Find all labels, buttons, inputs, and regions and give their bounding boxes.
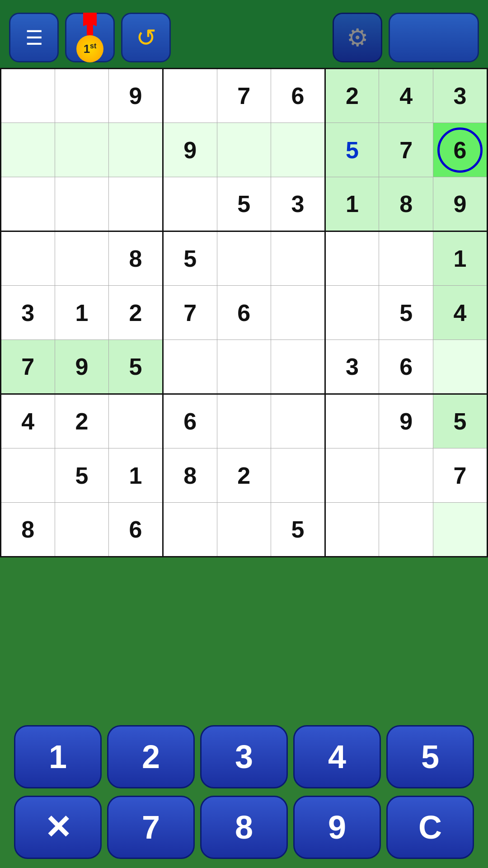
cell-7-5[interactable] xyxy=(271,448,325,503)
cell-6-8[interactable]: 5 xyxy=(433,394,488,448)
cell-3-6[interactable] xyxy=(325,231,379,286)
medals-button[interactable]: 1st xyxy=(65,13,115,62)
cell-3-7[interactable] xyxy=(379,231,433,286)
cell-3-5[interactable] xyxy=(271,231,325,286)
cell-5-8[interactable] xyxy=(433,340,488,394)
numpad-btn-2[interactable]: 2 xyxy=(107,725,195,788)
numpad-btn-7[interactable]: 7 xyxy=(107,796,195,859)
cell-4-1[interactable]: 1 xyxy=(55,286,109,340)
numpad-btn-C[interactable]: C xyxy=(386,796,474,859)
cell-6-4[interactable] xyxy=(217,394,271,448)
cell-5-2[interactable]: 5 xyxy=(109,340,163,394)
cell-0-0[interactable] xyxy=(1,69,55,123)
undo-button[interactable]: ↺ xyxy=(121,13,171,62)
cell-7-6[interactable] xyxy=(325,448,379,503)
cell-8-3[interactable] xyxy=(163,503,217,557)
cell-2-1[interactable] xyxy=(55,177,109,231)
cell-2-4[interactable]: 5 xyxy=(217,177,271,231)
cell-7-1[interactable]: 5 xyxy=(55,448,109,503)
cell-5-1[interactable]: 9 xyxy=(55,340,109,394)
cell-4-8[interactable]: 4 xyxy=(433,286,488,340)
menu-button[interactable]: ☰ xyxy=(9,13,59,62)
cell-4-3[interactable]: 7 xyxy=(163,286,217,340)
cell-2-5[interactable]: 3 xyxy=(271,177,325,231)
cell-4-5[interactable] xyxy=(271,286,325,340)
cell-1-4[interactable] xyxy=(217,123,271,177)
cell-3-2[interactable]: 8 xyxy=(109,231,163,286)
numpad-btn-9[interactable]: 9 xyxy=(293,796,381,859)
cell-2-0[interactable] xyxy=(1,177,55,231)
number-pad: 12345 ✕789C xyxy=(0,716,488,868)
cell-0-5[interactable]: 6 xyxy=(271,69,325,123)
cell-1-5[interactable] xyxy=(271,123,325,177)
cell-8-8[interactable] xyxy=(433,503,488,557)
cell-8-0[interactable]: 8 xyxy=(1,503,55,557)
numpad-btn-4[interactable]: 4 xyxy=(293,725,381,788)
cell-5-4[interactable] xyxy=(217,340,271,394)
cell-7-7[interactable] xyxy=(379,448,433,503)
cell-2-3[interactable] xyxy=(163,177,217,231)
cell-7-8[interactable]: 7 xyxy=(433,448,488,503)
numpad-btn-1[interactable]: 1 xyxy=(14,725,102,788)
cell-0-8[interactable]: 3 xyxy=(433,69,488,123)
cell-0-1[interactable] xyxy=(55,69,109,123)
cell-3-1[interactable] xyxy=(55,231,109,286)
cell-2-6[interactable]: 1 xyxy=(325,177,379,231)
cell-5-0[interactable]: 7 xyxy=(1,340,55,394)
cell-4-7[interactable]: 5 xyxy=(379,286,433,340)
cell-1-0[interactable] xyxy=(1,123,55,177)
cell-1-2[interactable] xyxy=(109,123,163,177)
cell-5-3[interactable] xyxy=(163,340,217,394)
cell-2-7[interactable]: 8 xyxy=(379,177,433,231)
cell-3-8[interactable]: 1 xyxy=(433,231,488,286)
sudoku-grid-container: 9762439576531898513127654795364269551827… xyxy=(0,68,488,557)
numpad-btn-3[interactable]: 3 xyxy=(200,725,288,788)
cell-5-5[interactable] xyxy=(271,340,325,394)
cell-8-2[interactable]: 6 xyxy=(109,503,163,557)
cell-0-3[interactable] xyxy=(163,69,217,123)
cell-7-2[interactable]: 1 xyxy=(109,448,163,503)
cell-6-3[interactable]: 6 xyxy=(163,394,217,448)
cell-8-7[interactable] xyxy=(379,503,433,557)
numpad-btn-8[interactable]: 8 xyxy=(200,796,288,859)
cell-4-0[interactable]: 3 xyxy=(1,286,55,340)
numpad-btn-✕[interactable]: ✕ xyxy=(14,796,102,859)
cell-6-7[interactable]: 9 xyxy=(379,394,433,448)
settings-button[interactable]: ⚙ xyxy=(333,13,382,62)
sudoku-grid: 9762439576531898513127654795364269551827… xyxy=(0,68,488,557)
cell-8-1[interactable] xyxy=(55,503,109,557)
cell-5-7[interactable]: 6 xyxy=(379,340,433,394)
cell-0-6[interactable]: 2 xyxy=(325,69,379,123)
cell-2-2[interactable] xyxy=(109,177,163,231)
new-button[interactable] xyxy=(389,13,479,62)
cell-4-4[interactable]: 6 xyxy=(217,286,271,340)
cell-1-3[interactable]: 9 xyxy=(163,123,217,177)
cell-5-6[interactable]: 3 xyxy=(325,340,379,394)
cell-6-0[interactable]: 4 xyxy=(1,394,55,448)
cell-2-8[interactable]: 9 xyxy=(433,177,488,231)
cell-6-6[interactable] xyxy=(325,394,379,448)
cell-0-2[interactable]: 9 xyxy=(109,69,163,123)
cell-8-4[interactable] xyxy=(217,503,271,557)
cell-1-8[interactable]: 6 xyxy=(433,123,488,177)
cell-7-0[interactable] xyxy=(1,448,55,503)
numpad-btn-5[interactable]: 5 xyxy=(386,725,474,788)
cell-7-3[interactable]: 8 xyxy=(163,448,217,503)
cell-4-6[interactable] xyxy=(325,286,379,340)
numpad-row-1: 12345 xyxy=(5,725,483,788)
cell-6-5[interactable] xyxy=(271,394,325,448)
cell-6-1[interactable]: 2 xyxy=(55,394,109,448)
cell-0-7[interactable]: 4 xyxy=(379,69,433,123)
cell-6-2[interactable] xyxy=(109,394,163,448)
cell-0-4[interactable]: 7 xyxy=(217,69,271,123)
cell-8-6[interactable] xyxy=(325,503,379,557)
cell-8-5[interactable]: 5 xyxy=(271,503,325,557)
cell-4-2[interactable]: 2 xyxy=(109,286,163,340)
cell-7-4[interactable]: 2 xyxy=(217,448,271,503)
cell-1-7[interactable]: 7 xyxy=(379,123,433,177)
cell-3-3[interactable]: 5 xyxy=(163,231,217,286)
cell-3-4[interactable] xyxy=(217,231,271,286)
cell-1-1[interactable] xyxy=(55,123,109,177)
cell-1-6[interactable]: 5 xyxy=(325,123,379,177)
cell-3-0[interactable] xyxy=(1,231,55,286)
